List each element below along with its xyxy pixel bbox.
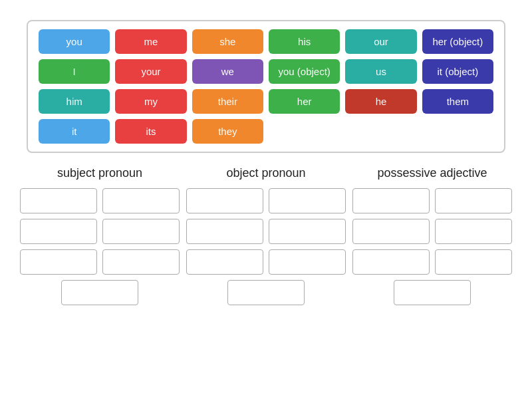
drop-zone-object-pronoun-3[interactable] [269, 219, 346, 244]
drop-row-single-possessive-adjective [352, 280, 512, 305]
drop-zone-possessive-adjective-5[interactable] [435, 249, 512, 275]
drop-zone-object-pronoun-0[interactable] [186, 188, 263, 213]
category-title-subject-pronoun: subject pronoun [57, 166, 142, 180]
category-subject-pronoun: subject pronoun [20, 166, 180, 305]
word-tile-its[interactable]: its [115, 119, 186, 144]
word-tile-his[interactable]: his [269, 29, 340, 54]
drop-zone-subject-pronoun-0[interactable] [20, 188, 97, 213]
word-tile-we[interactable]: we [192, 59, 263, 84]
drop-zone-subject-pronoun-4[interactable] [20, 249, 97, 275]
word-tile-it[interactable]: it [39, 119, 110, 144]
drop-zone-possessive-adjective-4[interactable] [352, 249, 430, 275]
drop-zone-subject-pronoun-3[interactable] [102, 219, 180, 244]
word-tile-him[interactable]: him [39, 89, 110, 114]
categories: subject pronounobject pronounpossessive … [20, 166, 512, 305]
drop-zone-possessive-adjective-2[interactable] [352, 219, 430, 244]
word-tile-their[interactable]: their [192, 89, 263, 114]
word-tile-you-obj[interactable]: you (object) [269, 59, 340, 84]
word-tile-you[interactable]: you [39, 29, 110, 54]
word-tile-me[interactable]: me [115, 29, 186, 54]
drop-row-single-object-pronoun [186, 280, 346, 305]
drop-zone-subject-pronoun-6[interactable] [61, 280, 138, 305]
word-tile-her[interactable]: her [269, 89, 340, 114]
drop-zone-possessive-adjective-1[interactable] [435, 188, 512, 213]
word-tile-she[interactable]: she [192, 29, 263, 54]
drop-zone-possessive-adjective-0[interactable] [352, 188, 430, 213]
word-tile-her-obj[interactable]: her (object) [422, 29, 493, 54]
drop-grid-subject-pronoun [20, 188, 180, 275]
word-tile-us[interactable]: us [345, 59, 416, 84]
word-tile-your[interactable]: your [115, 59, 186, 84]
drop-zone-subject-pronoun-5[interactable] [102, 249, 180, 275]
word-tile-them[interactable]: them [422, 89, 493, 114]
word-tile-it-obj[interactable]: it (object) [422, 59, 493, 84]
word-tile-I[interactable]: I [39, 59, 110, 84]
drop-zone-object-pronoun-5[interactable] [269, 249, 346, 275]
word-tile-our[interactable]: our [345, 29, 416, 54]
category-object-pronoun: object pronoun [186, 166, 346, 305]
drop-zone-object-pronoun-1[interactable] [269, 188, 346, 213]
word-bank: youmeshehisourher (object)Iyourweyou (ob… [27, 20, 505, 153]
drop-zone-object-pronoun-6[interactable] [227, 280, 305, 305]
drop-grid-object-pronoun [186, 188, 346, 275]
drop-zone-object-pronoun-2[interactable] [186, 219, 263, 244]
drop-grid-possessive-adjective [352, 188, 512, 275]
word-tile-they[interactable]: they [192, 119, 263, 144]
drop-row-single-subject-pronoun [20, 280, 180, 305]
category-title-possessive-adjective: possessive adjective [377, 166, 487, 180]
word-tile-my[interactable]: my [115, 89, 186, 114]
drop-zone-subject-pronoun-1[interactable] [102, 188, 180, 213]
category-title-object-pronoun: object pronoun [226, 166, 305, 180]
drop-zone-possessive-adjective-3[interactable] [435, 219, 512, 244]
drop-zone-possessive-adjective-6[interactable] [394, 280, 471, 305]
drop-zone-subject-pronoun-2[interactable] [20, 219, 97, 244]
category-possessive-adjective: possessive adjective [352, 166, 512, 305]
word-tile-he[interactable]: he [345, 89, 416, 114]
drop-zone-object-pronoun-4[interactable] [186, 249, 263, 275]
